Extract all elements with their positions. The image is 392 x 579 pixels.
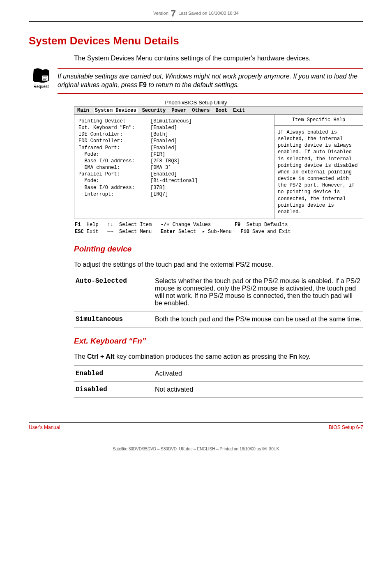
bios-setting-value: [DMA 3] [150,164,171,171]
ctrl-alt-keys: Ctrl + Alt [87,353,115,360]
version-post: Last Saved on 16/10/00 18:34 [178,11,239,16]
footer-right: BIOS Setup 6-7 [329,424,363,430]
param-key: Simultaneous [74,311,153,328]
bios-setting-label: Mode: [78,178,150,184]
table-row: Simultaneous Both the touch pad and the … [74,311,363,328]
pointing-table: Auto-Selected Selects whether the touch … [74,273,363,328]
bios-setting-value: [378] [150,185,165,191]
bios-setting-label: Pointing Device: [78,118,150,125]
bios-tab-security: Security [141,108,167,113]
bios-tab-boot: Boot [214,108,228,113]
bios-settings-pane: Pointing Device:[Simultaneous]Ext. Keybo… [74,115,274,219]
bios-setting-row: Pointing Device:[Simultaneous] [78,118,270,125]
param-key: Enabled [74,366,153,382]
bios-setting-label: Ext. Keyboard "Fn": [78,125,150,131]
version-pre: Version [153,11,168,16]
request-f9: F9 [139,81,147,88]
page-title: System Devices Menu Details [29,35,363,47]
table-row: Disabled Not activated [74,382,363,398]
request-text: If unsuitable settings are carried out, … [58,68,363,94]
bios-setting-value: [Enabled] [150,171,177,178]
bios-caption: PhoenixBIOS Setup Utility [29,99,363,106]
hand-note-icon [32,68,50,83]
bios-tab-system-devices: System Devices [94,108,138,113]
bios-tab-main: Main [76,108,90,113]
bios-help-body: If Always Enabled is selected, the inter… [274,126,363,219]
bios-setting-label: Base I/O address: [78,158,150,164]
bios-setting-row: DMA channel:[DMA 3] [78,164,270,171]
bios-setting-label: Base I/O address: [78,185,150,191]
page-footer: User's Manual BIOS Setup 6-7 [29,422,363,430]
bios-setting-row: Interrupt:[IRQ7] [78,191,270,198]
bios-setting-row: FDD Controller:[Enabled] [78,138,270,144]
bios-setting-row: Mode:[FIR] [78,151,270,158]
txt: key. [297,353,311,360]
bios-setting-label: Mode: [78,151,150,158]
txt: The [74,353,87,360]
extkb-table: Enabled Activated Disabled Not activated [74,365,363,398]
section-extkb-desc: The Ctrl + Alt key combination produces … [74,352,363,361]
fn-key: Fn [289,353,297,360]
request-text-post: to return to the default settings. [147,81,239,88]
bios-setting-label: FDD Controller: [78,138,150,144]
bios-setting-label: Parallel Port: [78,171,150,178]
section-pointing-desc: To adjust the settings of the touch pad … [74,260,363,269]
param-val: Both the touch pad and the PS/e mouse ca… [153,311,363,328]
bios-setting-row: Base I/O address:[2F8 IRQ3] [78,158,270,164]
param-val: Activated [153,366,363,382]
bios-tab-others: Others [191,108,211,113]
txt: key combination produces the same action… [115,353,289,360]
version-header: Version 7 Last Saved on 16/10/00 18:34 [29,8,363,19]
section-extkb-title: Ext. Keyboard “Fn” [74,337,363,346]
param-val: Selects whether the touch pad or the PS/… [153,273,363,311]
bios-setting-row: Parallel Port:[Enabled] [78,171,270,178]
table-row: Auto-Selected Selects whether the touch … [74,273,363,311]
bios-setting-row: Base I/O address:[378] [78,185,270,191]
print-line-text: Satellite 30DVD/35DVD – S30DVD_UK.doc – … [113,447,279,451]
version-number: 7 [170,8,177,18]
bios-setting-value: [2F8 IRQ3] [150,158,180,164]
bios-window: Main System Devices Security Power Other… [74,106,363,219]
bios-setting-value: [Enabled] [150,145,177,151]
bios-help-pane: Item Specific Help If Always Enabled is … [274,115,363,219]
section-pointing-title: Pointing device [74,245,363,254]
bios-help-header: Item Specific Help [274,115,363,126]
bios-setting-row: Ext. Keyboard "Fn":[Enabled] [78,125,270,131]
bios-setting-row: Mode:[Bi-directional] [78,178,270,184]
bios-setting-row: IDE Controller:[Both] [78,131,270,138]
bios-setting-label: IDE Controller: [78,131,150,138]
bios-setting-value: [Bi-directional] [150,178,198,184]
bios-setting-value: [IRQ7] [150,191,168,198]
intro-text: The System Devices Menu contains setting… [74,54,363,63]
bios-setting-row: Infrared Port:[Enabled] [78,145,270,151]
request-callout: Request If unsuitable settings are carri… [29,68,363,94]
param-key: Auto-Selected [74,273,153,311]
header-rule [29,21,363,22]
bios-tabs: Main System Devices Security Power Other… [74,106,363,115]
bios-tab-exit: Exit [232,108,246,113]
param-val: Not activated [153,382,363,398]
bios-tab-power: Power [170,108,187,113]
bios-setting-label: Interrupt: [78,191,150,198]
param-key: Disabled [74,382,153,398]
bios-setting-label: DMA channel: [78,164,150,171]
request-icon: Request [29,68,53,89]
bios-setting-value: [Simultaneous] [150,118,192,125]
bios-setting-value: [Both] [150,131,168,138]
bios-setting-value: [Enabled] [150,125,177,131]
bios-footer: F1 Help ↑↓ Select Item -/+ Change Values… [74,219,363,235]
table-row: Enabled Activated [74,366,363,382]
footer-left: User's Manual [29,424,60,430]
request-label: Request [29,84,53,89]
bios-setting-value: [Enabled] [150,138,177,144]
bios-setting-label: Infrared Port: [78,145,150,151]
bios-setting-value: [FIR] [150,151,165,158]
print-line: Satellite 30DVD/35DVD – S30DVD_UK.doc – … [29,447,363,451]
